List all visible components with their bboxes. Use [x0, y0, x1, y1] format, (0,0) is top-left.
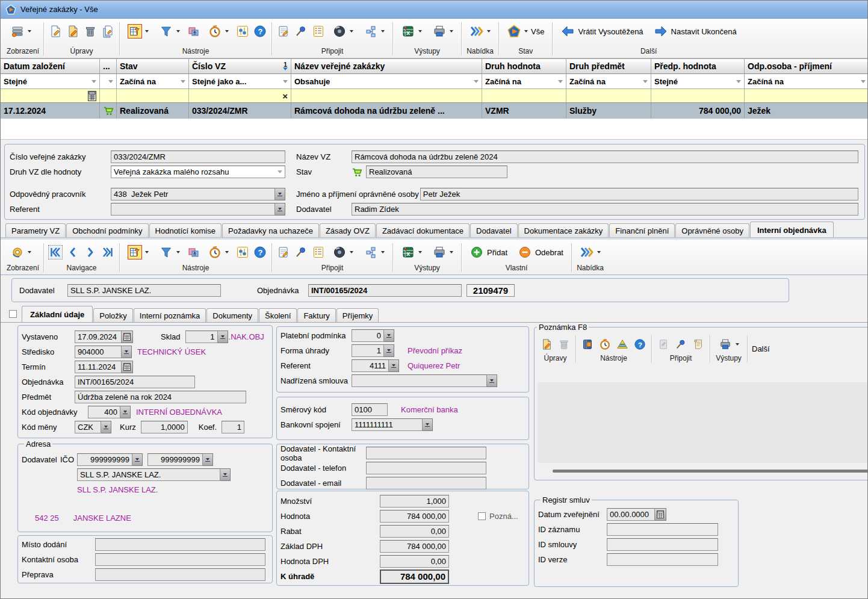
- sklad-field[interactable]: 1: [185, 331, 218, 343]
- cell-nazev[interactable]: Rámcová dohoda na údržbu zeleně ...: [291, 103, 482, 119]
- filter-input[interactable]: [745, 89, 868, 102]
- koef-field[interactable]: 1: [222, 421, 244, 433]
- kurz-field[interactable]: 1,0000: [141, 421, 188, 433]
- lookup-button[interactable]: [122, 346, 132, 358]
- mnozstvi-field[interactable]: 1,000: [380, 495, 449, 507]
- help-icon[interactable]: ?: [253, 245, 267, 259]
- lookup-button[interactable]: [487, 374, 497, 387]
- pin-icon[interactable]: [674, 337, 688, 352]
- delete-record-icon[interactable]: [557, 337, 571, 352]
- help-icon[interactable]: ?: [253, 24, 267, 39]
- tasklist-icon[interactable]: [311, 24, 326, 39]
- pridat-button[interactable]: Přidat: [466, 245, 511, 259]
- disc-button[interactable]: [329, 24, 357, 39]
- filter-operator[interactable]: Stejné jako a...: [189, 74, 291, 88]
- adresa-nazev-field[interactable]: SLL S.P. JANSKE LAZ.: [77, 468, 220, 481]
- nav-first-icon[interactable]: [48, 245, 63, 259]
- filter-input[interactable]: ×: [189, 89, 291, 102]
- nav-prev-icon[interactable]: [66, 245, 80, 259]
- lookup-button[interactable]: [120, 406, 131, 418]
- document-icon[interactable]: [656, 337, 671, 352]
- hodnota-field[interactable]: 784 000,00: [380, 510, 449, 523]
- odpovedny-pracovnik-field[interactable]: 438 Ježek Petr: [111, 188, 275, 200]
- poznamka-text-area[interactable]: [538, 382, 868, 463]
- excel-export-button[interactable]: x: [397, 245, 426, 259]
- lookup-button[interactable]: [203, 453, 213, 466]
- tab-pozadavky-na-uchazece[interactable]: Požadavky na uchazeče: [222, 223, 319, 237]
- column-header[interactable]: Název veřejné zakázky: [291, 59, 482, 73]
- k-uhrade-field[interactable]: 784 000,00: [380, 570, 449, 584]
- workflow-button[interactable]: [360, 24, 388, 39]
- filter-button[interactable]: [155, 245, 184, 259]
- order-number-field[interactable]: INT/00165/2024: [308, 284, 462, 297]
- notepad-icon[interactable]: [276, 245, 291, 259]
- kod-objednavky-field[interactable]: 400: [88, 406, 120, 418]
- filter-operator[interactable]: Začíná na: [482, 74, 566, 88]
- filter-operator[interactable]: [100, 74, 117, 88]
- lookup-button[interactable]: [101, 421, 111, 433]
- referent-kod-field[interactable]: 4111: [352, 359, 389, 372]
- filter-input[interactable]: [651, 89, 745, 102]
- view-menu-button[interactable]: [7, 245, 35, 259]
- tab-zasady-ovz[interactable]: Zásady OVZ: [320, 223, 376, 237]
- cell-druh-predmet[interactable]: Služby: [566, 103, 651, 119]
- grid-selected-row[interactable]: 17.12.2024 Realizovaná 033/2024/ZMR Rámc…: [1, 103, 868, 119]
- lookup-button[interactable]: [132, 453, 143, 466]
- filter-input[interactable]: [482, 89, 566, 102]
- status-filter-button[interactable]: Vše: [503, 24, 548, 39]
- order-dodavatel-field[interactable]: SLL S.P. JANSKE LAZ.: [67, 284, 221, 297]
- filter-input[interactable]: [1, 89, 100, 102]
- edit-record-icon[interactable]: [539, 337, 554, 352]
- calculator-icon[interactable]: [88, 91, 96, 101]
- nav-next-icon[interactable]: [83, 245, 98, 259]
- cell-status-icon[interactable]: [100, 103, 117, 119]
- nastavit-ukoncena-button[interactable]: Nastavit Ukončená: [650, 24, 740, 39]
- poznamka-checkbox[interactable]: [478, 512, 486, 520]
- filter-operator[interactable]: Začíná na: [745, 74, 868, 88]
- cell-datum-zalozeni[interactable]: 17.12.2024: [1, 103, 100, 119]
- column-header[interactable]: Číslo VZ 1: [189, 59, 291, 73]
- workflow-button[interactable]: [360, 245, 388, 259]
- tab-zadavaci-dokumentace[interactable]: Zadávací dokumentace: [376, 223, 470, 237]
- filter-input[interactable]: [100, 89, 117, 102]
- odebrat-button[interactable]: Odebrat: [514, 245, 567, 259]
- lookup-button[interactable]: [384, 344, 394, 357]
- print-button[interactable]: [715, 337, 743, 352]
- view-menu-button[interactable]: [7, 24, 35, 39]
- column-header[interactable]: Datum založení: [1, 59, 100, 73]
- notebook-icon[interactable]: [580, 337, 595, 352]
- filter-button[interactable]: [155, 24, 184, 39]
- nadrizena-smlouva-field[interactable]: [352, 374, 487, 387]
- menu-button[interactable]: [466, 24, 494, 39]
- calendar-button[interactable]: [122, 361, 133, 373]
- cell-stav[interactable]: Realizovaná: [117, 103, 189, 119]
- cislo-vz-field[interactable]: 033/2024/ZMR: [111, 151, 285, 163]
- subtab-zakladni-udaje[interactable]: Základní údaje: [22, 306, 93, 322]
- filter-table-button[interactable]: [124, 245, 152, 259]
- stredisko-field[interactable]: 904000: [75, 346, 122, 358]
- column-header[interactable]: Předp. hodnota: [651, 59, 745, 73]
- edit-record-icon[interactable]: [66, 24, 80, 39]
- calendar-button[interactable]: [655, 508, 666, 521]
- filter-operator[interactable]: Začíná na: [117, 74, 189, 88]
- filter-operator[interactable]: Začíná na: [566, 74, 651, 88]
- vystaveno-field[interactable]: 17.09.2024: [75, 331, 122, 343]
- ico2-field[interactable]: 999999999: [147, 453, 203, 466]
- bankovni-spojeni-field[interactable]: 1111111111: [352, 418, 423, 431]
- subtab-dokumenty[interactable]: Dokumenty: [206, 308, 258, 322]
- column-header[interactable]: ...: [100, 59, 117, 73]
- column-header[interactable]: Druh hodnota: [482, 59, 566, 73]
- subtab-polozky[interactable]: Položky: [93, 308, 133, 322]
- druh-vz-combobox[interactable]: Veřejná zakázka malého rozsahu: [111, 166, 285, 178]
- id-zaznamu-field[interactable]: [607, 523, 718, 536]
- dodavatel-email-field[interactable]: [366, 477, 486, 489]
- hodnota-dph-field[interactable]: 0,00: [380, 555, 449, 568]
- lookup-button[interactable]: [384, 329, 394, 342]
- filter-input[interactable]: [566, 89, 651, 102]
- stav-field[interactable]: Realizovaná: [366, 166, 507, 178]
- id-verze-field[interactable]: [607, 553, 718, 566]
- lookup-button[interactable]: [220, 468, 231, 481]
- subtab-faktury[interactable]: Faktury: [297, 308, 335, 322]
- cell-druh-hodnota[interactable]: VZMR: [482, 103, 566, 119]
- subtab-skoleni[interactable]: Školení: [259, 308, 297, 322]
